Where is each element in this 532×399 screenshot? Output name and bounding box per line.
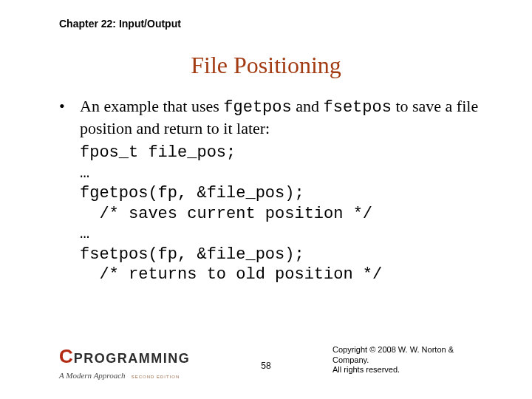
footer: C PROGRAMMING A Modern Approach SECOND E… — [0, 350, 532, 384]
code-inline-fsetpos: fsetpos — [323, 98, 391, 117]
slide-title: File Positioning — [0, 52, 532, 79]
text-mid: and — [292, 97, 324, 115]
copyright-line-2: All rights reserved. — [332, 365, 488, 375]
code-inline-fgetpos: fgetpos — [223, 98, 291, 117]
logo-edition: SECOND EDITION — [132, 375, 180, 379]
chapter-label: Chapter 22: Input/Output — [59, 18, 181, 30]
logo-subtitle: A Modern Approach — [59, 371, 126, 380]
text-pre: An example that uses — [80, 97, 223, 115]
bullet-dot: • — [59, 96, 80, 138]
bullet-item: • An example that uses fgetpos and fsetp… — [59, 96, 488, 138]
copyright: Copyright © 2008 W. W. Norton & Company.… — [332, 345, 488, 375]
copyright-line-1: Copyright © 2008 W. W. Norton & Company. — [332, 345, 488, 366]
code-block: fpos_t file_pos; … fgetpos(fp, &file_pos… — [80, 143, 488, 285]
bullet-text: An example that uses fgetpos and fsetpos… — [80, 96, 488, 138]
slide-body: • An example that uses fgetpos and fsetp… — [59, 96, 488, 285]
slide: Chapter 22: Input/Output File Positionin… — [0, 0, 532, 399]
